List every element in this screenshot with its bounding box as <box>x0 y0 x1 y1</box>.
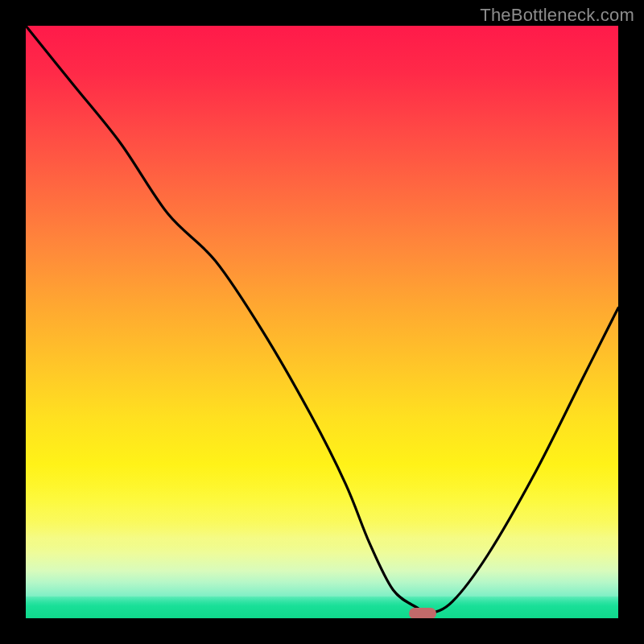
plot-area <box>26 26 618 618</box>
watermark-text: TheBottleneck.com <box>480 5 634 26</box>
bottleneck-curve <box>26 26 618 618</box>
chart-frame: TheBottleneck.com <box>0 0 644 644</box>
optimal-marker <box>409 608 436 618</box>
